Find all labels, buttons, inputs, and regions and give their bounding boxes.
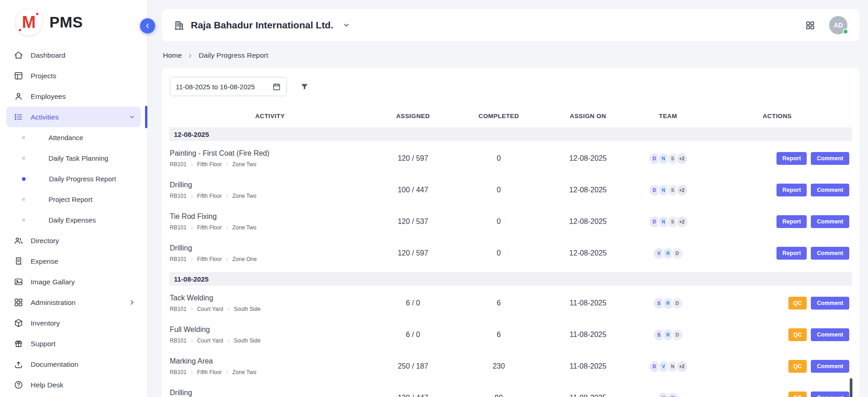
sidebar-item-activities[interactable]: Activities [6,107,141,127]
breadcrumb-home-link[interactable]: Home [163,51,182,60]
sidebar-subitem-daily-progress-report[interactable]: Daily Progress Report [0,169,147,189]
activity-name: Drilling [170,389,371,397]
qc-button[interactable]: QC [788,297,807,310]
activity-cell: DrillingRB101Fifth FloorZone Two [169,181,371,199]
sidebar-item-expense[interactable]: Expense [6,251,141,272]
app-title: PMS [49,14,83,31]
company-selector[interactable]: Raja Bahadur International Ltd. [174,20,350,31]
location-segment: Zone Two [232,224,256,231]
activity-cell: Tack WeldingRB101Court YardSouth Side [169,294,371,312]
location-segment: RB101 [170,224,187,231]
sidebar-item-image-gallary[interactable]: Image Gallary [6,272,141,292]
activity-cell: Tie Rod FixingRB101Fifth FloorZone Two [169,212,371,231]
assign-on-date: 11-08-2025 [542,331,634,339]
team-avatars: NR [634,392,702,397]
table-row: DrillingRB101Fifth FloorZone Two120 / 44… [169,382,852,397]
assigned-value: 120 / 597 [371,249,455,257]
table-body: 12-08-2025Painting - First Coat (Fire Re… [169,127,852,397]
sidebar-subitem-label: Project Report [49,196,92,203]
comment-button[interactable]: Comment [811,215,849,228]
comment-button[interactable]: Comment [811,392,849,397]
column-header-team: TEAM [634,113,702,120]
comment-button[interactable]: Comment [811,247,849,260]
assigned-value: 120 / 447 [371,394,455,397]
table-row: Painting - First Coat (Fire Red)RB101Fif… [169,143,852,174]
assign-on-date: 11-08-2025 [542,362,634,370]
administration-icon [14,298,23,307]
sidebar-item-employees[interactable]: Employees [6,86,141,107]
chevron-right-icon [225,226,229,230]
sidebar-subitem-attendance[interactable]: Attendance [0,127,147,148]
scrollbar-thumb[interactable] [850,378,852,397]
home-icon [14,50,23,60]
column-header-activity: ACTIVITY [169,113,371,120]
assigned-value: 6 / 0 [371,299,455,307]
comment-button[interactable]: Comment [811,152,849,165]
team-extra-count[interactable]: +2 [676,360,688,373]
activity-cell: Full WeldingRB101Court YardSouth Side [169,326,371,344]
qc-button[interactable]: QC [788,392,807,397]
location-segment: Zone Two [232,193,256,199]
table-header-row: ACTIVITYASSIGNEDCOMPLETEDASSIGN ONTEAMAC… [169,107,852,125]
sidebar-item-help-desk[interactable]: Help Desk [6,375,141,395]
bullet-icon [22,218,25,222]
activity-name: Drilling [170,181,371,189]
location-segment: Fifth Floor [197,224,222,231]
comment-button[interactable]: Comment [811,328,849,341]
team-extra-count[interactable]: +2 [676,152,688,165]
sidebar-item-label: Employees [31,92,66,101]
date-group-header: 11-08-2025 [169,272,852,286]
building-icon [174,20,184,31]
assigned-value: 250 / 187 [371,362,455,370]
sidebar-item-directory[interactable]: Directory [6,230,141,251]
comment-button[interactable]: Comment [811,184,849,196]
sidebar-subitem-label: Attendance [49,134,83,141]
completed-value: 6 [455,299,542,307]
report-button[interactable]: Report [776,247,807,260]
report-button[interactable]: Report [776,215,807,228]
team-extra-count[interactable]: +2 [676,216,688,228]
main-content: Raja Bahadur International Ltd. AD Home … [148,0,868,397]
table-row: Marking AreaRB101Fifth FloorZone Two250 … [169,351,852,382]
sidebar-subitem-daily-task-planning[interactable]: Daily Task Planning [0,148,147,169]
comment-button[interactable]: Comment [811,297,849,310]
filter-icon[interactable] [300,82,309,92]
team-extra-count[interactable]: +2 [676,184,688,196]
comment-button[interactable]: Comment [811,360,849,373]
sidebar-subitem-project-report[interactable]: Project Report [0,189,147,210]
assign-on-date: 12-08-2025 [542,186,634,194]
report-button[interactable]: Report [776,152,807,165]
column-header-completed: COMPLETED [455,113,542,120]
sidebar-collapse-button[interactable] [140,18,155,33]
sidebar-subitem-label: Daily Progress Report [49,175,116,183]
chevron-right-icon [190,163,194,167]
sidebar-item-projects[interactable]: Projects [6,65,141,86]
date-range-input[interactable]: 11-08-2025 to 16-08-2025 [170,77,287,96]
team-avatars: DNS+2 [634,184,702,196]
sidebar-subitem-daily-expenses[interactable]: Daily Expenses [0,210,147,230]
qc-button[interactable]: QC [788,328,807,341]
activity-location-path: RB101Fifth FloorZone One [170,256,371,262]
activity-name: Full Welding [170,326,371,334]
report-button[interactable]: Report [776,184,807,196]
qc-button[interactable]: QC [788,360,807,373]
app-logo-block: M PMS [0,0,147,43]
user-menu[interactable]: AD [829,16,847,34]
assign-on-date: 12-08-2025 [542,249,634,257]
sidebar-item-administration[interactable]: Administration [6,292,141,313]
chevron-right-icon [225,194,229,198]
directory-icon [14,236,23,245]
sidebar-item-support[interactable]: Support [6,333,141,354]
activity-location-path: RB101Fifth FloorZone Two [170,369,371,375]
table-row: Tack WeldingRB101Court YardSouth Side6 /… [169,288,852,319]
company-name: Raja Bahadur International Ltd. [191,20,334,31]
apps-grid-icon[interactable] [805,20,815,31]
team-avatars: SRD [634,329,702,341]
location-segment: Fifth Floor [197,256,222,262]
chevron-right-icon [226,307,231,311]
sidebar-item-dashboard[interactable]: Dashboard [6,45,141,65]
chevron-left-icon [144,22,151,30]
sidebar-item-inventory[interactable]: Inventory [6,313,141,333]
sidebar-item-documentation[interactable]: Documentation [6,354,141,375]
chevron-right-icon [190,257,194,261]
